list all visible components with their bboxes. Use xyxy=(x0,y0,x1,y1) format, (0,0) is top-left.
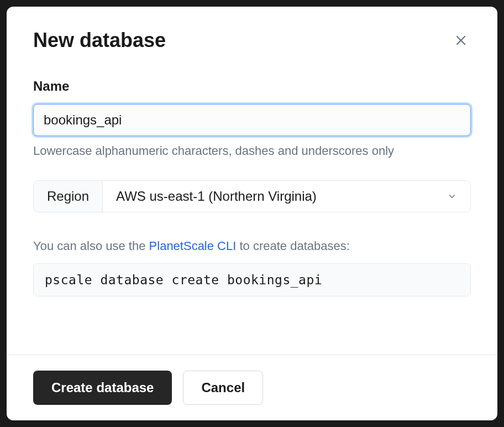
close-icon xyxy=(453,33,469,48)
region-field-group: Region AWS us-east-1 (Northern Virginia) xyxy=(33,180,471,212)
region-dropdown[interactable]: AWS us-east-1 (Northern Virginia) xyxy=(103,181,470,212)
region-selected-value: AWS us-east-1 (Northern Virginia) xyxy=(116,189,317,204)
cli-command-block: pscale database create bookings_api xyxy=(33,263,471,296)
name-hint: Lowercase alphanumeric characters, dashe… xyxy=(33,144,471,158)
cli-hint-suffix: to create databases: xyxy=(236,239,349,253)
cli-hint-prefix: You can also use the xyxy=(33,239,149,253)
name-field-group: Name Lowercase alphanumeric characters, … xyxy=(33,79,471,158)
name-label: Name xyxy=(33,79,471,94)
new-database-modal: New database Name Lowercase alphanumeric… xyxy=(7,7,497,420)
create-database-button[interactable]: Create database xyxy=(33,371,172,405)
modal-title: New database xyxy=(33,29,166,52)
cli-section: You can also use the PlanetScale CLI to … xyxy=(33,239,471,296)
region-label: Region xyxy=(34,181,103,212)
region-select: Region AWS us-east-1 (Northern Virginia) xyxy=(33,180,471,212)
database-name-input[interactable] xyxy=(33,104,471,136)
cancel-button[interactable]: Cancel xyxy=(183,371,263,405)
modal-footer: Create database Cancel xyxy=(7,355,497,420)
cli-hint-text: You can also use the PlanetScale CLI to … xyxy=(33,239,471,253)
close-button[interactable] xyxy=(451,30,471,50)
chevron-down-icon xyxy=(447,191,457,201)
planetscale-cli-link[interactable]: PlanetScale CLI xyxy=(149,239,237,253)
modal-body: Name Lowercase alphanumeric characters, … xyxy=(7,52,497,355)
modal-header: New database xyxy=(7,7,497,52)
